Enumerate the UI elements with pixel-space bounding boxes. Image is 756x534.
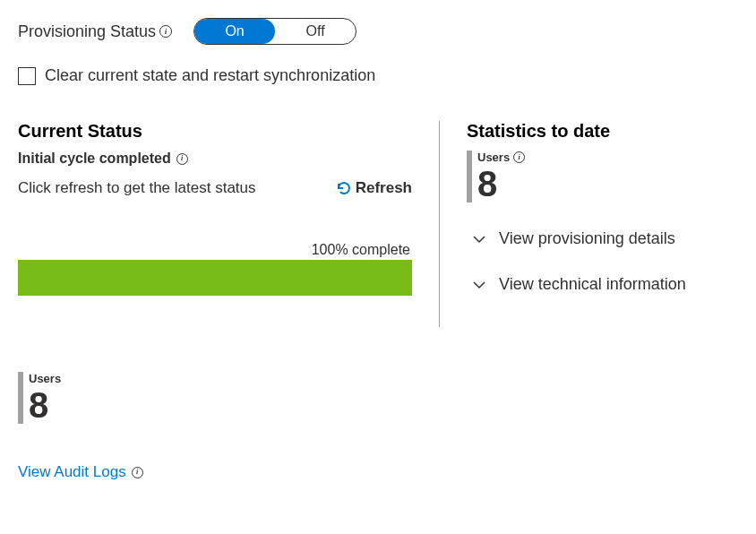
info-icon[interactable]: i — [513, 151, 525, 163]
stat-users-label: Users — [29, 372, 61, 385]
clear-state-label: Clear current state and restart synchron… — [45, 66, 375, 85]
refresh-button-label: Refresh — [356, 179, 412, 197]
expand-label: View provisioning details — [499, 229, 675, 248]
clear-state-checkbox[interactable] — [18, 67, 36, 85]
provisioning-status-label: Provisioning Status — [18, 22, 156, 41]
chevron-down-icon — [472, 278, 486, 292]
stat-accent-bar — [467, 151, 472, 202]
current-status-heading: Current Status — [18, 121, 412, 142]
expand-technical-information[interactable]: View technical information — [467, 275, 738, 294]
stat-users-value: 8 — [29, 387, 61, 423]
info-icon[interactable]: i — [132, 467, 143, 478]
toggle-on[interactable]: On — [194, 19, 275, 44]
expand-provisioning-details[interactable]: View provisioning details — [467, 229, 738, 248]
cycle-status-text: Initial cycle completed — [18, 151, 171, 167]
refresh-button[interactable]: Refresh — [336, 179, 412, 197]
info-icon[interactable]: i — [159, 25, 172, 38]
provisioning-status-toggle[interactable]: On Off — [193, 18, 357, 45]
info-icon[interactable]: i — [176, 153, 188, 165]
view-audit-logs-link[interactable]: View Audit Logs i — [18, 463, 143, 481]
link-label: View Audit Logs — [18, 463, 126, 481]
refresh-hint: Click refresh to get the latest status — [18, 179, 256, 197]
stat-accent-bar — [18, 372, 23, 424]
toggle-off[interactable]: Off — [275, 19, 356, 44]
progress-bar — [18, 260, 412, 296]
statistics-heading: Statistics to date — [467, 121, 738, 142]
stat-users-label: Users — [477, 151, 510, 164]
progress-label: 100% complete — [18, 242, 412, 258]
refresh-icon — [336, 180, 352, 196]
stat-users-value: 8 — [477, 166, 525, 202]
expand-label: View technical information — [499, 275, 686, 294]
chevron-down-icon — [472, 232, 486, 246]
